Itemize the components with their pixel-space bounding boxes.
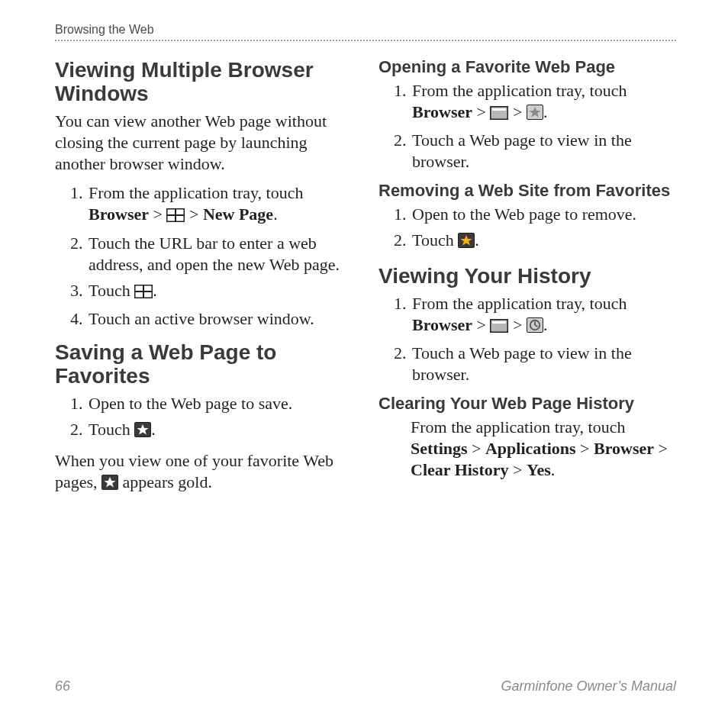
body-text: appears gold. (118, 472, 212, 491)
star-gold-icon (458, 232, 475, 253)
list-item: Touch . (87, 280, 353, 304)
step-text: Touch (89, 281, 134, 300)
menu-icon (490, 317, 508, 338)
sep: > (508, 102, 526, 121)
step-text: From the application tray, touch (412, 81, 627, 100)
step-text: Touch (89, 420, 134, 439)
list-item: Touch . (411, 230, 676, 253)
list-item: Touch . (87, 419, 353, 443)
step-text: From the application tray, touch (89, 183, 303, 202)
heading-viewing-multiple: Viewing Multiple Browser Windows (55, 58, 353, 106)
sep: > (468, 439, 485, 458)
menu-icon (490, 104, 508, 125)
list-item: From the application tray, touch Browser… (411, 80, 676, 125)
sep: > (472, 102, 490, 121)
list-item: Touch the URL bar to enter a web address… (87, 233, 353, 275)
page-footer: 66 Garminfone Owner’s Manual (55, 678, 676, 694)
heading-saving-favorites: Saving a Web Page to Favorites (55, 340, 353, 388)
body-text: From the application tray, touch (411, 417, 625, 436)
step-text: Touch (412, 230, 458, 250)
para-clearing-history: From the application tray, touch Setting… (411, 417, 676, 481)
steps-saving-favorites: Open to the Web page to save. Touch . (55, 393, 353, 443)
list-item: Touch an active browser window. (87, 308, 353, 330)
two-column-layout: Viewing Multiple Browser Windows You can… (55, 47, 676, 503)
header-rule (55, 40, 676, 41)
heading-removing-favorite: Removing a Web Site from Favorites (378, 182, 676, 201)
bold-text: Yes (527, 460, 551, 479)
star-icon (101, 474, 118, 495)
list-item: Open to the Web page to save. (87, 393, 353, 414)
heading-clearing-history: Clearing Your Web Page History (378, 395, 676, 414)
sep: > (509, 460, 527, 479)
running-head: Browsing the Web (55, 23, 676, 37)
bold-text: Settings (411, 439, 468, 458)
sep: > (472, 315, 490, 334)
heading-viewing-history: Viewing Your History (378, 264, 676, 288)
heading-opening-favorite: Opening a Favorite Web Page (378, 58, 676, 77)
para-viewing-multiple: You can view another Web page without cl… (55, 111, 353, 175)
manual-page: Browsing the Web Viewing Multiple Browse… (0, 0, 728, 728)
page-number: 66 (55, 678, 70, 694)
sep: > (185, 205, 202, 224)
history-icon (527, 317, 543, 338)
bold-text: Browser (89, 205, 149, 224)
sep: > (508, 315, 526, 334)
left-column: Viewing Multiple Browser Windows You can… (55, 47, 353, 503)
steps-viewing-history: From the application tray, touch Browser… (378, 293, 676, 386)
list-item: From the application tray, touch Browser… (411, 293, 676, 338)
para-favorite-gold: When you view one of your favorite Web p… (55, 450, 353, 495)
bold-text: Browser (412, 315, 472, 334)
star-icon (527, 104, 543, 125)
right-column: Opening a Favorite Web Page From the app… (378, 47, 676, 503)
sep: > (576, 439, 594, 458)
bold-text: Browser (594, 439, 654, 458)
bold-text: Browser (412, 102, 472, 121)
list-item: From the application tray, touch Browser… (87, 182, 353, 227)
steps-removing-favorite: Open to the Web page to remove. Touch . (378, 204, 676, 253)
steps-opening-favorite: From the application tray, touch Browser… (378, 80, 676, 173)
bold-text: New Page (203, 205, 273, 224)
list-item: Touch a Web page to view in the browser. (411, 130, 676, 172)
list-item: Touch a Web page to view in the browser. (411, 343, 676, 385)
sep: > (149, 205, 166, 224)
manual-title: Garminfone Owner’s Manual (501, 678, 676, 694)
star-icon (134, 421, 151, 443)
steps-viewing-multiple: From the application tray, touch Browser… (55, 182, 353, 330)
list-item: Open to the Web page to remove. (411, 204, 676, 225)
step-text: From the application tray, touch (412, 294, 627, 313)
bold-text: Applications (485, 439, 576, 458)
windows-icon (166, 206, 185, 227)
sep: > (654, 439, 668, 458)
bold-text: Clear History (411, 460, 509, 479)
windows-icon (134, 282, 153, 304)
